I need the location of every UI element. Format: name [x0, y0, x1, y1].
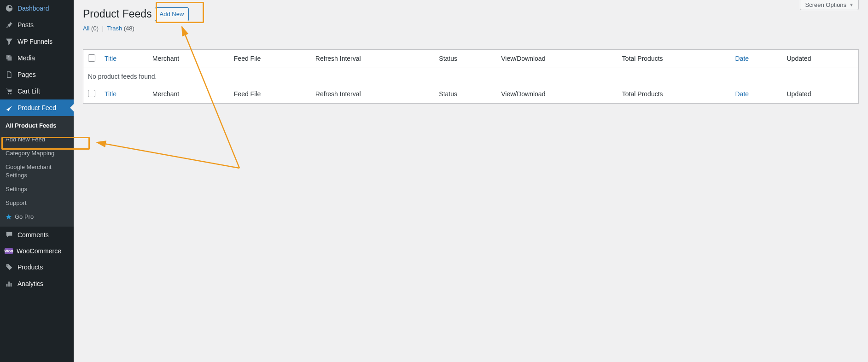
sidebar-item-wp-funnels[interactable]: WP Funnels	[0, 33, 74, 50]
star-icon	[6, 214, 12, 220]
admin-sidebar: Dashboard Posts WP Funnels Media Pages C…	[0, 0, 74, 362]
col-view-download-footer: View/Download	[496, 85, 618, 103]
sidebar-item-woocommerce[interactable]: Woo WooCommerce	[0, 243, 74, 259]
filter-all-count: (0)	[91, 25, 99, 32]
col-title[interactable]: Title	[100, 49, 148, 68]
products-icon	[5, 263, 14, 272]
select-all-footer	[83, 85, 100, 103]
col-refresh-interval-footer: Refresh Interval	[311, 85, 434, 103]
table-header-row: Title Merchant Feed File Refresh Interva…	[83, 49, 859, 68]
sidebar-item-product-feed[interactable]: Product Feed	[0, 99, 74, 116]
woo-icon: Woo	[5, 248, 13, 254]
table-footer-row: Title Merchant Feed File Refresh Interva…	[83, 85, 859, 103]
sidebar-item-label: Media	[17, 54, 35, 62]
col-view-download: View/Download	[496, 49, 618, 68]
funnel-icon	[5, 37, 14, 46]
sidebar-item-label: Comments	[17, 231, 49, 239]
dashboard-icon	[5, 4, 14, 13]
filter-trash[interactable]: Trash	[107, 25, 122, 32]
media-icon	[5, 53, 14, 63]
comments-icon	[5, 230, 14, 239]
col-updated-footer: Updated	[782, 85, 859, 103]
sidebar-item-label: Posts	[17, 21, 34, 29]
col-merchant: Merchant	[148, 49, 229, 68]
caret-down-icon: ▼	[849, 2, 854, 7]
svg-point-1	[8, 93, 9, 94]
sidebar-item-label: WP Funnels	[17, 37, 52, 46]
col-status: Status	[434, 49, 496, 68]
page-title: Product Feeds	[83, 7, 152, 21]
svg-point-2	[10, 93, 12, 94]
col-feed-file-footer: Feed File	[229, 85, 311, 103]
add-new-button[interactable]: Add New	[155, 7, 189, 21]
col-title-footer[interactable]: Title	[100, 85, 148, 103]
col-status-footer: Status	[434, 85, 496, 103]
screen-options-button[interactable]: Screen Options ▼	[800, 0, 859, 10]
page-heading: Product Feeds Add New	[83, 7, 859, 21]
sidebar-item-cart-lift[interactable]: Cart Lift	[0, 83, 74, 99]
select-all-checkbox-top[interactable]	[88, 54, 95, 62]
filter-all[interactable]: All	[83, 25, 89, 32]
col-refresh-interval: Refresh Interval	[311, 49, 434, 68]
col-date[interactable]: Date	[730, 49, 782, 68]
cart-icon	[5, 87, 14, 96]
select-all-checkbox-bottom[interactable]	[88, 90, 95, 97]
sidebar-item-media[interactable]: Media	[0, 50, 74, 66]
analytics-icon	[5, 279, 14, 288]
pin-icon	[5, 20, 14, 29]
pages-icon	[5, 70, 14, 79]
col-total-products: Total Products	[618, 49, 731, 68]
sidebar-item-products[interactable]: Products	[0, 259, 74, 275]
col-updated: Updated	[782, 49, 859, 68]
submenu-add-new-feed[interactable]: Add New Feed	[0, 133, 74, 146]
svg-line-4	[97, 142, 239, 168]
col-merchant-footer: Merchant	[148, 85, 229, 103]
select-all-header	[83, 49, 100, 68]
sidebar-item-pages[interactable]: Pages	[0, 66, 74, 83]
filter-separator: |	[102, 25, 104, 32]
submenu-settings[interactable]: Settings	[0, 182, 74, 196]
table-empty-message: No product feeds found.	[83, 68, 859, 85]
submenu-google-merchant-settings[interactable]: Google Merchant Settings	[0, 160, 74, 182]
col-feed-file: Feed File	[229, 49, 311, 68]
svg-point-0	[8, 56, 9, 57]
screen-options-label: Screen Options	[805, 1, 846, 8]
sidebar-item-dashboard[interactable]: Dashboard	[0, 0, 74, 17]
table-empty-row: No product feeds found.	[83, 68, 859, 85]
sidebar-item-label: Product Feed	[17, 104, 56, 112]
col-total-products-footer: Total Products	[618, 85, 731, 103]
sidebar-item-comments[interactable]: Comments	[0, 227, 74, 243]
sidebar-submenu-product-feed: All Product Feeds Add New Feed Category …	[0, 116, 74, 227]
sidebar-item-label: Cart Lift	[17, 87, 40, 95]
submenu-label: Go Pro	[15, 213, 34, 221]
sidebar-item-label: Dashboard	[17, 4, 49, 12]
sidebar-item-analytics[interactable]: Analytics	[0, 275, 74, 292]
sidebar-item-label: WooCommerce	[17, 247, 61, 255]
main-content: Screen Options ▼ Product Feeds Add New A…	[74, 0, 868, 362]
submenu-go-pro[interactable]: Go Pro	[0, 210, 74, 224]
sidebar-item-label: Products	[17, 263, 43, 271]
sidebar-item-posts[interactable]: Posts	[0, 17, 74, 33]
submenu-support[interactable]: Support	[0, 196, 74, 210]
submenu-category-mapping[interactable]: Category Mapping	[0, 146, 74, 160]
col-date-footer[interactable]: Date	[730, 85, 782, 103]
filter-trash-count: (48)	[124, 25, 134, 32]
submenu-all-product-feeds[interactable]: All Product Feeds	[0, 119, 74, 133]
feeds-table: Title Merchant Feed File Refresh Interva…	[83, 49, 859, 104]
sidebar-item-label: Pages	[17, 70, 36, 79]
feed-icon	[5, 103, 14, 112]
list-filters: All (0) | Trash (48)	[83, 25, 859, 32]
sidebar-item-label: Analytics	[17, 280, 43, 288]
